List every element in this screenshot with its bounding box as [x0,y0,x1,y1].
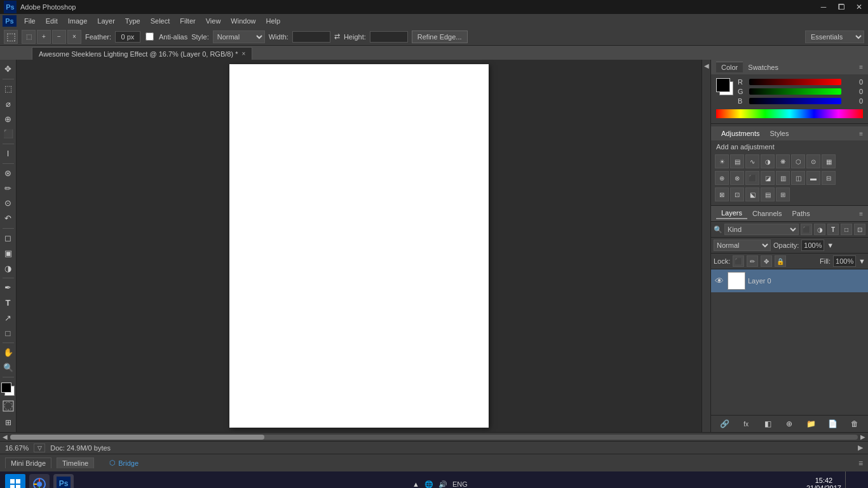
tab-color[interactable]: Color [716,62,743,72]
restore-button[interactable]: ⧠ [832,0,850,14]
tab-styles[interactable]: Styles [765,128,794,139]
height-input[interactable] [370,31,408,43]
tab-timeline[interactable]: Timeline [57,458,94,468]
expand-tray-icon[interactable]: ▲ [412,480,419,488]
scroll-left-icon[interactable]: ◀ [3,433,8,440]
style-select[interactable]: Normal Fixed Ratio Fixed Size [213,30,265,43]
lock-all-button[interactable]: 🔒 [775,255,786,267]
vibrance-adj-icon[interactable]: ❋ [776,154,790,168]
quick-mask-btn[interactable] [3,400,14,413]
new-layer-button[interactable]: 📄 [827,417,839,430]
tab-mini-bridge[interactable]: Mini Bridge [5,458,51,468]
menu-layer[interactable]: Layer [92,16,120,26]
posterize-adj-icon[interactable]: ▥ [776,171,790,185]
refine-edge-button[interactable]: Refine Edge... [412,30,468,43]
workspace-select[interactable]: Essentials Photography Painting [805,30,864,43]
layer-link-button[interactable]: 🔗 [718,417,731,430]
show-desktop-button[interactable] [845,471,863,488]
colorlookup-adj-icon[interactable]: ⬛ [745,171,759,185]
invert-adj-icon[interactable]: ◪ [761,171,775,185]
layer-visibility-toggle[interactable]: 👁 [714,275,725,287]
minimize-button[interactable]: ─ [815,0,832,14]
adj-icon-extra2[interactable]: ⊡ [730,187,744,201]
swap-icon[interactable]: ⇄ [334,32,340,41]
tab-channels[interactable]: Channels [747,208,787,219]
dodge-tool[interactable]: ◑ [1,261,15,275]
brush-tool[interactable]: ✏ [1,181,15,195]
filter-type-icon[interactable]: T [827,224,839,235]
type-tool[interactable]: T [1,296,15,310]
clone-stamp-tool[interactable]: ⊙ [1,196,15,210]
tab-adjustments[interactable]: Adjustments [716,128,765,139]
horizontal-scrollbar[interactable]: ◀ ▶ [0,432,868,441]
quick-select-tool[interactable]: ⊕ [1,112,15,126]
gradientmap-adj-icon[interactable]: ▬ [806,171,820,185]
move-tool[interactable]: ✥ [1,62,15,76]
tab-swatches[interactable]: Swatches [743,62,783,72]
adj-icon-extra1[interactable]: ⊠ [715,187,729,201]
layer-group-button[interactable]: 📁 [805,417,818,430]
layer-mask-button[interactable]: ◧ [761,417,774,430]
taskbar-ps-icon[interactable]: Ps [53,474,74,488]
menu-select[interactable]: Select [146,16,175,26]
layer-filter-select[interactable]: Kind Name Effect Mode Attribute Color [724,224,799,235]
bw-adj-icon[interactable]: ▦ [822,154,836,168]
filter-smart-icon[interactable]: ⊡ [854,224,865,235]
fill-dropdown-icon[interactable]: ▼ [858,257,865,265]
feather-input[interactable] [115,31,140,43]
crop-tool[interactable]: ⬛ [1,127,15,141]
marquee-tool[interactable]: ⬚ [1,82,15,96]
layer-row[interactable]: 👁 Layer 0 [711,269,868,292]
menu-view[interactable]: View [201,16,226,26]
menu-image[interactable]: Image [63,16,93,26]
subtract-selection-icon[interactable]: − [52,30,66,44]
menu-type[interactable]: Type [120,16,146,26]
layer-effects-button[interactable]: fx [740,417,752,430]
lock-move-button[interactable]: ✥ [761,255,772,267]
foreground-color-swatch[interactable] [1,383,11,393]
menu-file[interactable]: File [19,16,41,26]
menu-filter[interactable]: Filter [175,16,200,26]
lasso-tool[interactable]: ⌀ [1,97,15,111]
tab-close-button[interactable]: × [241,50,245,57]
status-expand-icon[interactable]: ▶ [858,444,863,452]
hsl-adj-icon[interactable]: ⬡ [791,154,805,168]
hand-tool[interactable]: ✋ [1,346,15,360]
eyedropper-tool[interactable]: I [1,147,15,161]
shape-tool[interactable]: □ [1,326,15,340]
delete-layer-button[interactable]: 🗑 [848,417,861,430]
mini-bridge-collapse-button[interactable]: ≡ [858,459,863,468]
zoom-info-btn[interactable]: ▽ [34,444,45,452]
pen-tool[interactable]: ✒ [1,281,15,295]
network-icon[interactable]: 🌐 [424,480,433,489]
blue-slider[interactable] [749,98,841,104]
width-input[interactable] [292,31,330,43]
curves-adj-icon[interactable]: ∿ [745,154,759,168]
screen-mode-btn[interactable]: ⊞ [1,416,15,430]
blend-mode-select[interactable]: Normal Dissolve Multiply Screen [714,240,771,251]
tab-paths[interactable]: Paths [787,208,815,219]
spectrum-bar[interactable] [716,109,863,118]
levels-adj-icon[interactable]: ▤ [730,154,744,168]
color-panel-expand-icon[interactable]: ≡ [859,64,863,71]
new-selection-icon[interactable]: ⬚ [22,30,36,44]
intersect-selection-icon[interactable]: × [67,30,81,44]
opacity-dropdown-icon[interactable]: ▼ [827,241,834,249]
adj-icon-extra3[interactable]: ⬕ [745,187,759,201]
filter-adj-icon[interactable]: ◑ [814,224,825,235]
colorbalance-adj-icon[interactable]: ⊙ [806,154,820,168]
scroll-right-icon[interactable]: ▶ [860,433,865,440]
zoom-tool[interactable]: 🔍 [1,361,15,375]
start-button[interactable] [5,474,25,488]
brightness-adj-icon[interactable]: ☀ [715,154,729,168]
lock-position-button[interactable]: ✏ [747,255,758,267]
gradient-tool[interactable]: ▣ [1,246,15,260]
add-selection-icon[interactable]: + [37,30,51,44]
menu-window[interactable]: Window [226,16,261,26]
exposure-adj-icon[interactable]: ◑ [761,154,775,168]
lock-pixels-button[interactable]: ⬛ [733,255,744,267]
red-slider[interactable] [749,79,841,85]
opacity-input[interactable] [801,240,824,251]
menu-help[interactable]: Help [261,16,285,26]
filter-shape-icon[interactable]: □ [841,224,852,235]
